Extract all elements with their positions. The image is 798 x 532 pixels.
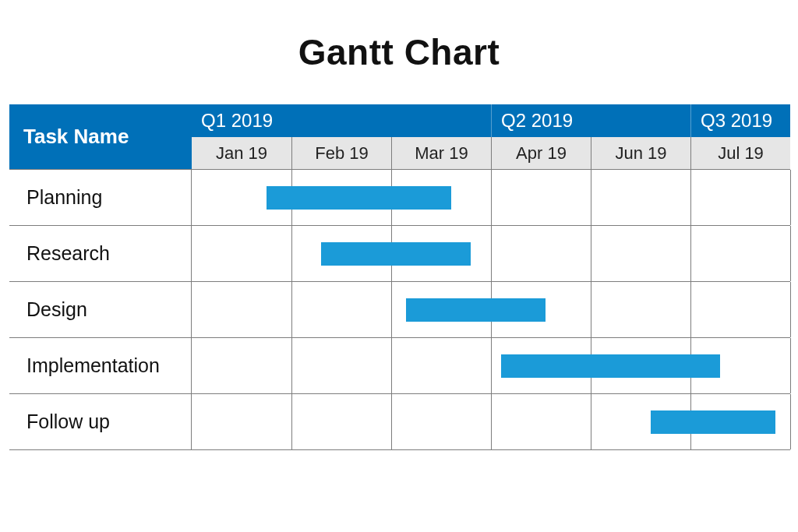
grid-column: [491, 394, 591, 449]
quarter-q3: Q3 2019: [690, 104, 790, 137]
task-track: [192, 338, 790, 393]
task-label: Research: [9, 226, 192, 281]
month-cell: Jun 19: [591, 137, 690, 170]
task-label: Follow up: [9, 394, 192, 449]
grid-column: [690, 170, 791, 225]
task-track: [192, 170, 790, 225]
month-cell: Jan 19: [192, 137, 291, 170]
task-name-header: Task Name: [9, 104, 192, 170]
task-track: [192, 282, 790, 337]
grid-column: [391, 338, 492, 393]
task-label: Planning: [9, 170, 192, 225]
task-row: Planning: [9, 170, 790, 226]
task-label: Design: [9, 282, 192, 337]
grid-column: [291, 394, 392, 449]
month-cell: Mar 19: [391, 137, 491, 170]
grid-column: [192, 226, 292, 281]
task-bar: [501, 354, 721, 378]
quarter-q1: Q1 2019: [192, 104, 491, 137]
task-row: Research: [9, 226, 790, 282]
grid-column: [690, 282, 791, 337]
gantt-chart: Task Name Q1 2019 Q2 2019 Q3 2019 Jan 19…: [9, 104, 790, 450]
grid-column: [491, 170, 591, 225]
grid-column: [491, 226, 591, 281]
task-bar: [651, 410, 775, 434]
grid-column: [690, 226, 791, 281]
task-track: [192, 226, 790, 281]
task-bar: [321, 242, 471, 266]
task-label: Implementation: [9, 338, 192, 393]
grid-column: [591, 170, 691, 225]
gantt-header: Task Name Q1 2019 Q2 2019 Q3 2019 Jan 19…: [9, 104, 790, 170]
task-row: Design: [9, 282, 790, 338]
chart-title: Gantt Chart: [9, 31, 789, 73]
task-row: Follow up: [9, 394, 790, 450]
grid-column: [591, 282, 691, 337]
quarter-q2: Q2 2019: [491, 104, 690, 137]
grid-column: [291, 338, 392, 393]
month-row: Jan 19 Feb 19 Mar 19 Apr 19 Jun 19 Jul 1…: [192, 137, 790, 170]
grid-column: [591, 226, 691, 281]
grid-column: [391, 394, 492, 449]
task-bar: [406, 298, 546, 322]
grid-column: [192, 282, 292, 337]
month-cell: Feb 19: [291, 137, 391, 170]
task-row: Implementation: [9, 338, 790, 394]
gantt-body: PlanningResearchDesignImplementationFoll…: [9, 170, 790, 450]
grid-column: [291, 282, 392, 337]
grid-column: [192, 338, 292, 393]
month-cell: Apr 19: [491, 137, 591, 170]
timeline-header: Q1 2019 Q2 2019 Q3 2019 Jan 19 Feb 19 Ma…: [192, 104, 790, 170]
month-cell: Jul 19: [690, 137, 790, 170]
task-track: [192, 394, 790, 449]
grid-column: [192, 394, 292, 449]
quarter-row: Q1 2019 Q2 2019 Q3 2019: [192, 104, 790, 137]
task-bar: [267, 186, 451, 210]
